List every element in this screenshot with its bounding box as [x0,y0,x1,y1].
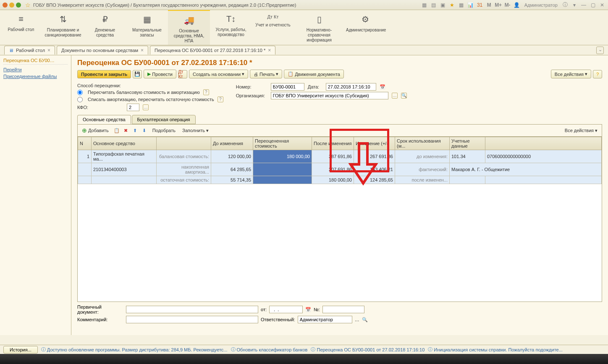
table-row[interactable]: 2101340400003 накопленная амортиза... 64… [78,163,602,176]
nav-accounting[interactable]: Дт КтУчет и отчетность [252,10,294,45]
tab-revaluation[interactable]: Переоценка ОС БУ00-0001 от 27.02.2018 17… [150,46,275,55]
help-icon[interactable]: ? [593,70,602,78]
method-label: Способ переоценки: [77,83,123,88]
print-button[interactable]: 🖨 Печать ▾ [250,70,282,78]
save-icon[interactable]: 💾 [133,70,142,78]
table-row[interactable]: остаточная стоимость: 55 714,35 180 000,… [78,176,602,184]
number-label: Номер: [236,84,267,89]
help-icon[interactable]: ? [203,89,209,95]
search-icon[interactable]: 🔍 [362,317,368,322]
no-input[interactable] [322,306,364,313]
nav-money[interactable]: ₽Денежные средства [84,10,126,45]
calendar-icon[interactable]: 📅 [305,307,311,312]
nav-desktop[interactable]: ≡Рабочий стол [0,10,42,45]
delete-icon[interactable]: ✖ [122,127,130,134]
select-icon[interactable]: … [392,93,398,99]
select-icon[interactable]: … [355,317,359,322]
history-button[interactable]: История... [3,346,38,354]
mminus-button[interactable]: M- [504,2,511,8]
close-icon[interactable]: × [268,47,271,53]
help-icon[interactable]: ? [218,96,223,102]
desktop-icon: 🖥 [9,48,13,53]
number-input[interactable] [271,83,304,91]
pdoc-input[interactable] [126,306,258,313]
tab-desktop[interactable]: 🖥 Рабочий стол × [4,46,55,55]
comment-input[interactable] [126,316,258,323]
user-name: Администратор [524,3,558,8]
nav-reference[interactable]: ▯Нормативно-справочная информация [294,10,344,45]
sys-min-icon[interactable] [9,3,14,8]
status-item[interactable]: ⓘПереоценка ОС БУ00-0001 от 27.02.2018 1… [311,346,425,353]
fill-button[interactable]: Заполнить ▾ [180,127,211,134]
sys-max-icon[interactable] [16,3,21,8]
m-button[interactable]: M [486,2,493,8]
maximize-icon[interactable]: ▢ [590,2,596,8]
calendar-icon[interactable]: 31 [477,2,483,8]
table-header: N Основное средство До изменения Переоце… [78,137,602,150]
text-icon: T↕ [212,14,250,24]
date-label: Дата: [308,84,322,89]
org-label: Организация: [236,93,267,98]
nav-services[interactable]: T↕Услуги, работы, производство [210,10,252,45]
tool-icon[interactable]: ▦ [421,2,428,8]
mplus-button[interactable]: M+ [495,2,502,8]
calendar-icon[interactable]: 📅 [380,84,385,90]
status-item[interactable]: ⓘОбновить классификатор банков [231,346,308,353]
expand-icon[interactable]: ⌄ [596,47,604,54]
table-row[interactable]: 1 Типографская печатная ма... балансовая… [78,150,602,163]
all-actions-button[interactable]: Все действия ▾ [551,70,591,78]
statusbar: История... ⓘДоступно обновление программ… [0,345,608,354]
date-input[interactable] [326,83,376,91]
info-icon: ⓘ [428,346,432,353]
sys-close-icon[interactable] [3,3,8,8]
titlebar: ☆ ГОБУ ВПО Университет искусств (Субсиди… [0,0,608,10]
post-button[interactable]: ▶Провести [144,70,176,78]
tab-documents[interactable]: Документы по основным средствам × [57,46,148,55]
kfo-label: КФО: [77,105,123,110]
up-icon[interactable]: ⬆ [131,127,139,134]
nav-planning[interactable]: ⇅Планирование и санкционирование [42,10,84,45]
down-icon[interactable]: ⬇ [141,127,148,134]
select-button[interactable]: Подобрать [150,127,178,134]
based-on-button[interactable]: Создать на основании ▾ [189,70,248,78]
dropdown-icon[interactable]: ▾ [571,2,578,8]
nav-admin[interactable]: ⚙Администрирование [344,10,386,45]
formtab-accounting[interactable]: Бухгалтерская операция [132,115,196,124]
close-icon[interactable]: ✕ [599,2,605,8]
close-icon[interactable]: × [141,47,144,53]
pdoc-label: Первичный документ: [77,304,123,315]
info-icon[interactable]: ⓘ [562,2,569,8]
close-icon[interactable]: × [47,47,50,53]
sidebar-link-goto[interactable]: Перейти [3,67,68,72]
kfo-input[interactable] [127,104,139,111]
favorite-icon[interactable]: ☆ [25,2,31,8]
star-icon[interactable]: ★ [449,2,456,8]
copy-icon[interactable]: 📋 [113,127,121,134]
from-input[interactable] [269,306,303,313]
radio-writeoff[interactable] [77,97,83,102]
nav-assets[interactable]: 🚚Основные средства, НМА, НПА [168,10,210,45]
post-close-button[interactable]: Провести и закрыть [77,70,131,78]
status-item[interactable]: ⓘДоступно обновление программы. Размер д… [41,346,228,353]
no-label: №: [314,307,320,312]
formtab-assets[interactable]: Основные средства [77,115,131,124]
add-button[interactable]: ⊕Добавить [79,126,111,135]
calc-icon[interactable]: 📊 [467,2,474,8]
status-item[interactable]: ⓘИнициализация системы справки. Пожалуйс… [428,346,563,353]
gear-icon: ⚙ [346,14,385,24]
sidebar-link-files[interactable]: Присоединенные файлы [3,74,68,79]
ruble-icon: ₽ [86,14,124,24]
resp-input[interactable] [298,316,352,323]
movements-button[interactable]: 📋 Движения документа [284,70,344,78]
dtkt-icon[interactable]: Дт Кт [178,70,187,78]
nav-materials[interactable]: ▦Материальные запасы [126,10,168,45]
tool-icon[interactable]: ▤ [430,2,437,8]
select-icon[interactable]: … [143,104,149,110]
org-input[interactable] [271,92,388,99]
search-icon[interactable]: 🔍 [401,93,407,99]
minimize-icon[interactable]: — [580,2,587,8]
all-actions-button[interactable]: Все действия ▾ [562,127,600,134]
radio-recalc[interactable] [77,90,83,95]
tool-icon[interactable]: ▣ [440,2,446,8]
tool-icon[interactable]: ▦ [458,2,465,8]
